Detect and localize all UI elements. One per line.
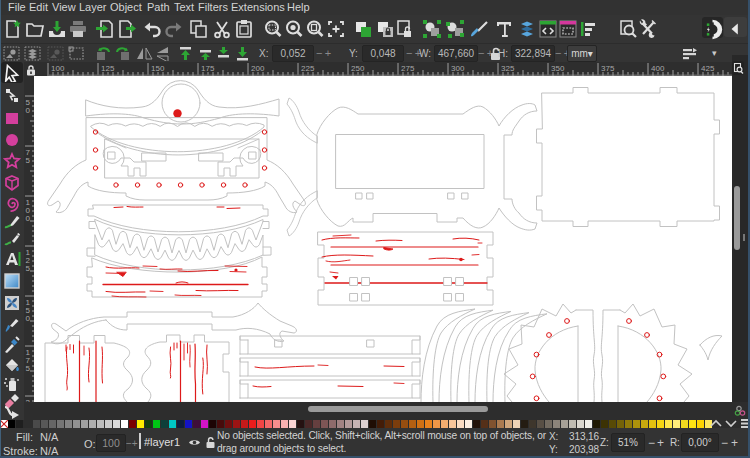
svg-text:5: 5 <box>26 364 31 373</box>
svg-text:425: 425 <box>701 64 715 73</box>
svg-text:175: 175 <box>201 64 215 73</box>
svg-text:0: 0 <box>26 214 31 223</box>
svg-text:0: 0 <box>26 314 31 323</box>
svg-text:225: 225 <box>301 64 315 73</box>
svg-text:325: 325 <box>501 64 515 73</box>
svg-text:150: 150 <box>151 64 165 73</box>
svg-text:375: 375 <box>601 64 615 73</box>
svg-text:5: 5 <box>26 264 31 273</box>
svg-text:200: 200 <box>251 64 265 73</box>
svg-text:300: 300 <box>451 64 465 73</box>
svg-text:5: 5 <box>26 156 31 165</box>
svg-text:400: 400 <box>651 64 665 73</box>
svg-text:250: 250 <box>351 64 365 73</box>
svg-text:0: 0 <box>26 106 31 115</box>
svg-text:100: 100 <box>51 64 65 73</box>
svg-text:275: 275 <box>401 64 415 73</box>
svg-text:125: 125 <box>101 64 115 73</box>
svg-text:350: 350 <box>551 64 565 73</box>
